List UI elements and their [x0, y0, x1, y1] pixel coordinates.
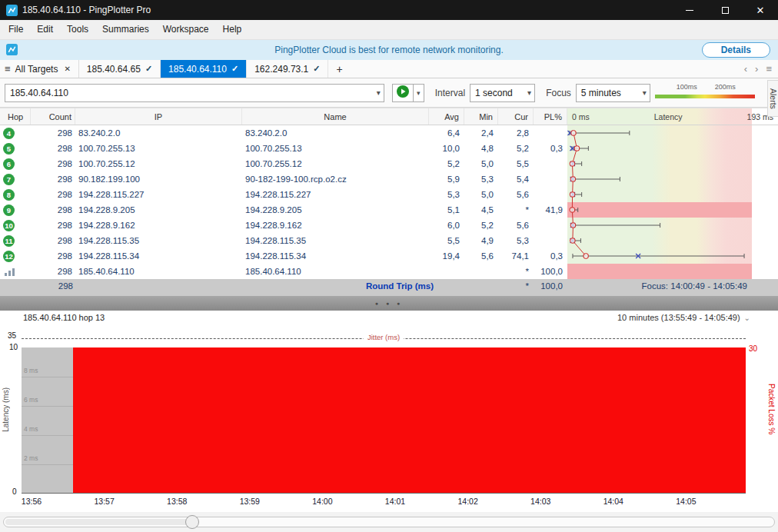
ip-cell: 100.70.255.13 — [75, 141, 242, 156]
menu-edit[interactable]: Edit — [30, 20, 60, 39]
column-header-latency[interactable]: 0 ms Latency 193 ms — [567, 108, 778, 125]
time-range-selector[interactable]: 10 minutes (13:55:49 - 14:05:49) ⌄ — [617, 313, 750, 322]
nav-left-icon[interactable]: ‹ — [744, 63, 747, 75]
tab-list-icon[interactable]: ≡ — [766, 63, 772, 75]
column-header-hop[interactable]: Hop — [0, 108, 31, 125]
play-icon — [397, 85, 409, 100]
count-cell: 298 — [31, 264, 75, 279]
avg-cell: 6,0 — [429, 218, 464, 233]
details-button[interactable]: Details — [702, 42, 770, 58]
tab-185-40-64-65[interactable]: 185.40.64.65 ✓ — [79, 60, 161, 78]
pl-cell — [534, 187, 567, 202]
x-tick-label: 13:58 — [167, 497, 187, 506]
close-icon[interactable]: ✕ — [64, 65, 70, 73]
column-header-avg[interactable]: Avg — [429, 108, 464, 125]
start-options-dropdown[interactable]: ▾ — [413, 84, 424, 102]
target-combobox[interactable]: ▾ — [5, 84, 384, 102]
y-axis-min-label: 0 — [12, 487, 17, 496]
tab-185-40-64-110[interactable]: 185.40.64.110 ✓ — [161, 60, 247, 78]
latency-gradient-bar — [655, 95, 755, 98]
ip-cell: 194.228.9.162 — [75, 218, 242, 233]
cur-cell: 5,2 — [498, 141, 534, 156]
menu-tools[interactable]: Tools — [60, 20, 95, 39]
banner-message: PingPlotter Cloud is best for remote net… — [274, 45, 503, 55]
column-header-min[interactable]: Min — [464, 108, 498, 125]
grid-label: 2 ms — [24, 454, 38, 462]
panel-splitter[interactable]: ● ● ● — [0, 295, 778, 311]
jitter-line: Jitter (ms) — [22, 338, 746, 339]
name-cell: 194.228.115.34 — [242, 248, 429, 264]
pl-cell — [534, 156, 567, 171]
min-cell: 4,5 — [464, 202, 498, 218]
x-tick-label: 14:04 — [603, 497, 623, 506]
all-targets-tab[interactable]: ≡ All Targets ✕ — [0, 60, 79, 78]
tab-label: 162.249.73.1 — [254, 64, 308, 75]
name-cell: 194.228.9.205 — [242, 202, 429, 218]
timeline-panel: 185.40.64.110 hop 13 10 minutes (13:55:4… — [0, 311, 778, 512]
close-button[interactable]: ✕ — [743, 0, 778, 20]
hop-cell: 7 — [0, 171, 31, 187]
min-cell: 4,9 — [464, 233, 498, 248]
maximize-icon — [722, 7, 729, 14]
maximize-button[interactable] — [707, 0, 743, 20]
column-header-count[interactable]: Count — [31, 108, 75, 125]
target-input[interactable] — [10, 88, 373, 98]
scrollbar-track[interactable] — [3, 517, 775, 527]
focus-select[interactable]: 5 minutes ▾ — [576, 84, 650, 102]
timeline-plot[interactable]: 8 ms6 ms4 ms2 ms — [22, 347, 746, 494]
ip-cell: 194.228.115.227 — [75, 187, 242, 202]
scroll-knob[interactable] — [185, 515, 199, 529]
scrollbar-thumb[interactable] — [5, 519, 190, 525]
name-cell: 100.70.255.13 — [242, 141, 429, 156]
name-cell: 100.70.255.12 — [242, 156, 429, 171]
cur-cell: 5,3 — [498, 233, 534, 248]
x-tick-label: 14:02 — [457, 497, 477, 506]
window-controls: ✕ — [672, 0, 778, 20]
column-header-ip[interactable]: IP — [75, 108, 242, 125]
menu-file[interactable]: File — [2, 20, 30, 39]
ip-cell: 194.228.115.35 — [75, 233, 242, 248]
start-button[interactable] — [392, 84, 413, 102]
hamburger-icon[interactable]: ≡ — [5, 63, 11, 75]
min-cell: 5,3 — [464, 171, 498, 187]
cur-cell: 2,8 — [498, 125, 534, 141]
ip-cell: 90.182.199.100 — [75, 171, 242, 187]
pl-cell — [534, 233, 567, 248]
hop-number-badge: 8 — [3, 189, 15, 201]
chevron-down-icon: ▾ — [417, 89, 421, 97]
count-cell: 298 — [31, 125, 75, 141]
column-header-pl[interactable]: PL% — [534, 108, 567, 125]
timeline-scrollbar[interactable] — [0, 512, 778, 532]
avg-cell: 10,0 — [429, 141, 464, 156]
cur-cell: 5,5 — [498, 156, 534, 171]
new-tab-button[interactable]: + — [328, 60, 350, 78]
min-cell: 4,8 — [464, 141, 498, 156]
tab-162-249-73-1[interactable]: 162.249.73.1 ✓ — [247, 60, 328, 78]
interval-select[interactable]: 1 second ▾ — [470, 84, 535, 102]
chevron-down-icon[interactable]: ▾ — [373, 88, 381, 97]
column-header-name[interactable]: Name — [242, 108, 429, 125]
jitter-scale-label: 35 — [8, 331, 16, 340]
cur-cell: 5,4 — [498, 171, 534, 187]
latency-legend: 100ms 200ms — [655, 81, 755, 105]
cur-cell: 5,6 — [498, 218, 534, 233]
timeline-header: 185.40.64.110 hop 13 10 minutes (13:55:4… — [0, 311, 778, 322]
hop-number-badge: 10 — [3, 220, 15, 231]
tab-navigation: ‹ › ≡ — [744, 60, 778, 78]
column-header-cur[interactable]: Cur — [498, 108, 534, 125]
check-icon: ✓ — [145, 64, 152, 74]
minimize-icon — [686, 10, 693, 11]
min-cell — [464, 264, 498, 279]
count-cell: 298 — [31, 187, 75, 202]
minimize-button[interactable] — [672, 0, 707, 20]
alerts-side-tab[interactable]: Alerts — [767, 80, 778, 117]
ip-cell: 185.40.64.110 — [75, 264, 242, 279]
pl-cell: 0,3 — [534, 248, 567, 264]
y-axis-max-label: 10 — [9, 343, 18, 351]
interval-value: 1 second — [475, 88, 513, 98]
menu-help[interactable]: Help — [216, 20, 249, 39]
menu-workspace[interactable]: Workspace — [156, 20, 216, 39]
menu-summaries[interactable]: Summaries — [95, 20, 156, 39]
hop-number-badge: 4 — [3, 128, 15, 139]
nav-right-icon[interactable]: › — [755, 63, 758, 75]
